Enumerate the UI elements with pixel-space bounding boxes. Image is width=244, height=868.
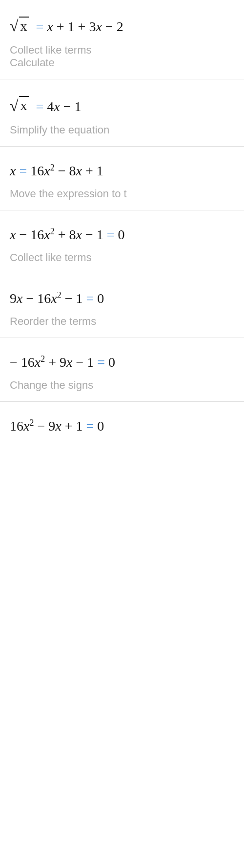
eq1-term2: 1 [68, 19, 75, 35]
eq1-plus2: + [75, 19, 89, 35]
eq6-minus0: − [10, 355, 21, 370]
equation-1: √x = x + 1 + 3x − 2 [10, 12, 234, 42]
eq4-term0: x [10, 227, 16, 243]
eq5-term0: 9x [10, 291, 22, 306]
eq7-eq: = [82, 418, 97, 434]
eq3-minus1: − [55, 163, 69, 179]
eq4-zero: 0 [118, 227, 125, 243]
eq2-term1: 4x [47, 99, 60, 114]
eq6-term2: 9x [60, 355, 72, 370]
eq6-zero: 0 [108, 355, 115, 370]
eq1-minus1: − [102, 19, 117, 35]
eq1-term1: x [47, 19, 53, 35]
eq3-term2: 8x [69, 163, 81, 179]
eq3-term3: 1 [97, 163, 103, 179]
eq7-term2: 9x [48, 418, 61, 434]
eq5-term1: 16x2 [37, 291, 61, 306]
eq4-term1: 16x2 [30, 227, 54, 243]
eq7-plus1: + [61, 418, 76, 434]
eq2-term2: 1 [75, 99, 81, 114]
eq7-term1: 16x2 [10, 418, 34, 434]
step-4: x − 16x2 + 8x − 1 = 0 Collect like terms [0, 210, 244, 274]
hint-5: Reorder the terms [10, 313, 234, 338]
eq3-term0: x [10, 163, 16, 179]
eq1-term3: 3x [89, 19, 102, 35]
sqrt-x-1: √x [10, 17, 29, 35]
step-3: x = 16x2 − 8x + 1 Move the expression to… [0, 147, 244, 210]
equation-4: x − 16x2 + 8x − 1 = 0 [10, 222, 234, 249]
equation-7: 16x2 − 9x + 1 = 0 [10, 414, 234, 441]
eq6-plus1: + [45, 355, 60, 370]
eq4-minus2: − [82, 227, 97, 243]
step-7: 16x2 − 9x + 1 = 0 [0, 402, 244, 441]
eq5-minus1: − [22, 291, 37, 306]
eq3-eq: = [16, 163, 30, 179]
eq5-minus2: − [61, 291, 76, 306]
equals-sign-2: = [36, 99, 44, 114]
hint-3: Move the expression to t [10, 186, 234, 210]
sqrt-x-2: √x [10, 96, 29, 114]
eq1-plus1: + [53, 19, 68, 35]
equation-2: √x = 4x − 1 [10, 91, 234, 121]
eq4-term3: 1 [97, 227, 103, 243]
equation-3: x = 16x2 − 8x + 1 [10, 158, 234, 186]
eq6-term1: 16x2 [21, 355, 45, 370]
step-2: √x = 4x − 1 Simplify the equation [0, 79, 244, 146]
hint-1: Collect like termsCalculate [10, 42, 234, 79]
eq7-term3: 1 [76, 418, 82, 434]
eq6-eq: = [94, 355, 108, 370]
eq7-minus1: − [34, 418, 48, 434]
eq3-term1: 16x2 [30, 163, 54, 179]
equals-sign-1: = [36, 19, 44, 34]
eq4-term2: 8x [69, 227, 81, 243]
eq1-term4: 2 [117, 19, 123, 35]
eq4-plus1: + [55, 227, 69, 243]
eq6-term3: 1 [87, 355, 94, 370]
eq2-minus1: − [60, 99, 75, 114]
hint-4: Collect like terms [10, 249, 234, 274]
eq3-plus1: + [82, 163, 97, 179]
step-5: 9x − 16x2 − 1 = 0 Reorder the terms [0, 274, 244, 338]
step-1: √x = x + 1 + 3x − 2 Collect like termsCa… [0, 0, 244, 79]
step-6: − 16x2 + 9x − 1 = 0 Change the signs [0, 338, 244, 401]
equation-5: 9x − 16x2 − 1 = 0 [10, 286, 234, 313]
eq4-eq: = [103, 227, 118, 243]
hint-2: Simplify the equation [10, 122, 234, 146]
eq6-minus2: − [72, 355, 87, 370]
hint-6: Change the signs [10, 377, 234, 401]
eq5-zero: 0 [97, 291, 104, 306]
eq5-eq: = [82, 291, 97, 306]
eq4-minus1: − [16, 227, 30, 243]
equation-6: − 16x2 + 9x − 1 = 0 [10, 350, 234, 377]
eq7-zero: 0 [97, 418, 104, 434]
eq5-term2: 1 [76, 291, 82, 306]
